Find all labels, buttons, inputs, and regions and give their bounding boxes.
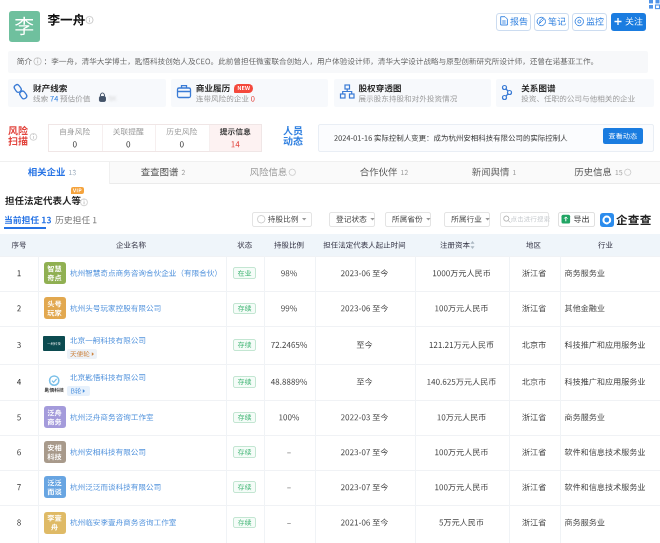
svg-text:5K: 5K: [108, 95, 117, 102]
